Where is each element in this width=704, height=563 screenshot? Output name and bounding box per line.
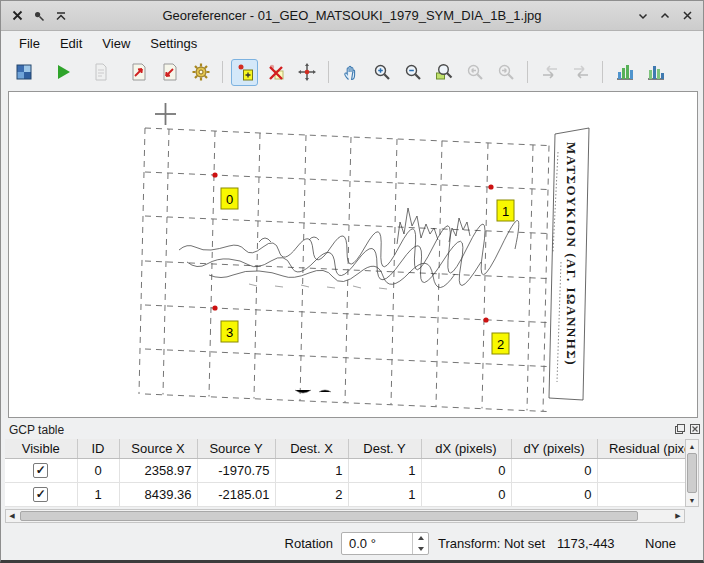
header-visible[interactable]: Visible <box>5 439 77 458</box>
zoom-last-button[interactable] <box>461 59 488 86</box>
horizontal-scroll-thumb[interactable] <box>20 511 638 521</box>
zoom-out-icon <box>403 62 423 82</box>
window-title: Georeferencer - 01_GEO_MATSOUKI_1979_SYM… <box>77 8 627 23</box>
visible-checkbox[interactable]: ✓ <box>33 487 48 502</box>
generate-script-button[interactable] <box>87 59 114 86</box>
cell-source-y: -1970.75 <box>197 458 275 482</box>
toolbar-separator <box>602 61 603 83</box>
close-icon[interactable] <box>680 9 694 23</box>
histogram-local-stretch-button[interactable] <box>642 59 669 86</box>
move-point-button[interactable] <box>293 59 320 86</box>
zoom-in-button[interactable] <box>368 59 395 86</box>
cell-dx: 0 <box>421 482 511 506</box>
zoom-out-button[interactable] <box>399 59 426 86</box>
menu-edit[interactable]: Edit <box>50 33 92 54</box>
transform-status: Transform: Not set <box>438 536 545 551</box>
cell-dest-y: 1 <box>348 458 421 482</box>
panel-close-button[interactable] <box>689 423 701 435</box>
header-id[interactable]: ID <box>77 439 119 458</box>
titlebar[interactable]: Georeferencer - 01_GEO_MATSOUKI_1979_SYM… <box>1 1 703 31</box>
gcp-table-panel: GCP table Visible ID Source X Sour <box>1 420 704 525</box>
gcp-label-1: 1 <box>502 204 509 219</box>
gcp-label-0: 0 <box>226 192 233 207</box>
toolbar-separator <box>222 61 223 83</box>
open-raster-button[interactable] <box>11 59 38 86</box>
zoom-next-icon <box>496 62 516 82</box>
add-point-button[interactable] <box>231 59 258 86</box>
pin-icon[interactable] <box>32 9 46 23</box>
toolbar-separator <box>328 61 329 83</box>
load-gcp-points-button[interactable] <box>125 59 152 86</box>
zoom-next-button[interactable] <box>492 59 519 86</box>
gear-icon <box>191 62 211 82</box>
toolbar-separator <box>527 61 528 83</box>
table-row[interactable]: ✓ 1 8439.36 -2185.01 2 1 0 0 <box>5 482 685 506</box>
rotation-input[interactable] <box>342 533 412 554</box>
play-icon <box>53 62 73 82</box>
pan-button[interactable] <box>337 59 364 86</box>
header-dest-y[interactable]: Dest. Y <box>348 439 421 458</box>
gcp-marker-3[interactable]: 3 <box>212 305 238 342</box>
header-source-y[interactable]: Source Y <box>197 439 275 458</box>
spin-down-button[interactable] <box>413 544 428 555</box>
move-point-icon <box>297 62 317 82</box>
cell-dx: 0 <box>421 458 511 482</box>
scroll-down-arrow[interactable]: ▼ <box>686 494 698 506</box>
save-gcp-points-button[interactable] <box>156 59 183 86</box>
rotation-spinbox[interactable] <box>341 532 429 555</box>
gcp-marker-2[interactable]: 2 <box>483 317 509 354</box>
menubar: File Edit View Settings <box>1 31 703 55</box>
menu-file[interactable]: File <box>9 33 50 54</box>
header-dest-x[interactable]: Dest. X <box>275 439 348 458</box>
cursor-coordinates: 1173,-443 <box>557 536 615 551</box>
zoom-to-layer-icon <box>434 62 454 82</box>
table-row[interactable]: ✓ 0 2358.97 -1970.75 1 1 0 0 <box>5 458 685 482</box>
scroll-up-arrow[interactable]: ▲ <box>686 440 698 452</box>
crs-status: None <box>645 536 676 551</box>
link-qgis-button[interactable] <box>567 59 594 86</box>
vertical-scrollbar[interactable]: ▲ ▼ <box>685 439 699 507</box>
histogram-local-icon <box>646 62 666 82</box>
titlebar-right-controls <box>627 9 703 23</box>
spin-up-button[interactable] <box>413 533 428 544</box>
delete-point-icon <box>266 62 286 82</box>
gcp-marker-0[interactable]: 0 <box>212 172 238 209</box>
link-georeferencer-button[interactable] <box>536 59 563 86</box>
minimize-icon[interactable] <box>636 9 650 23</box>
menu-view[interactable]: View <box>92 33 140 54</box>
zoom-to-layer-button[interactable] <box>430 59 457 86</box>
link-arrows-icon <box>540 62 560 82</box>
menu-settings[interactable]: Settings <box>140 33 207 54</box>
gcp-panel-title: GCP table <box>9 423 64 437</box>
panel-float-button[interactable] <box>674 423 686 435</box>
shade-icon[interactable] <box>54 9 68 23</box>
histogram-full-icon <box>615 62 635 82</box>
cell-source-y: -2185.01 <box>197 482 275 506</box>
delete-point-button[interactable] <box>262 59 289 86</box>
header-dx[interactable]: dX (pixels) <box>421 439 511 458</box>
header-residual[interactable]: Residual (pixels) <box>597 439 685 458</box>
scanned-map: ΜΑΤΣΟΥΚΙΟΝ (ΑΓ. ΙΩΑΝΝΗΣ) 0 1 3 <box>9 92 697 417</box>
maximize-icon[interactable] <box>658 9 672 23</box>
map-canvas[interactable]: ΜΑΤΣΟΥΚΙΟΝ (ΑΓ. ΙΩΑΝΝΗΣ) 0 1 3 <box>8 91 698 418</box>
vertical-scroll-thumb[interactable] <box>687 453 697 493</box>
cell-residual <box>597 482 685 506</box>
scroll-right-arrow[interactable]: ▶ <box>672 510 684 522</box>
header-dy[interactable]: dY (pixels) <box>511 439 597 458</box>
start-georeferencing-button[interactable] <box>49 59 76 86</box>
header-source-x[interactable]: Source X <box>119 439 197 458</box>
gcp-marker-1[interactable]: 1 <box>488 184 514 221</box>
cell-dy: 0 <box>511 458 597 482</box>
transformation-settings-button[interactable] <box>187 59 214 86</box>
close-x-icon[interactable] <box>10 9 24 23</box>
histogram-full-stretch-button[interactable] <box>611 59 638 86</box>
horizontal-scrollbar[interactable]: ◀ ▶ <box>5 509 685 523</box>
titlebar-left-controls <box>1 9 77 23</box>
gcp-label-3: 3 <box>226 325 233 340</box>
zoom-last-icon <box>465 62 485 82</box>
scroll-left-arrow[interactable]: ◀ <box>6 510 18 522</box>
cell-dest-y: 1 <box>348 482 421 506</box>
visible-checkbox[interactable]: ✓ <box>33 463 48 478</box>
cell-dest-x: 1 <box>275 458 348 482</box>
add-point-icon <box>235 62 255 82</box>
